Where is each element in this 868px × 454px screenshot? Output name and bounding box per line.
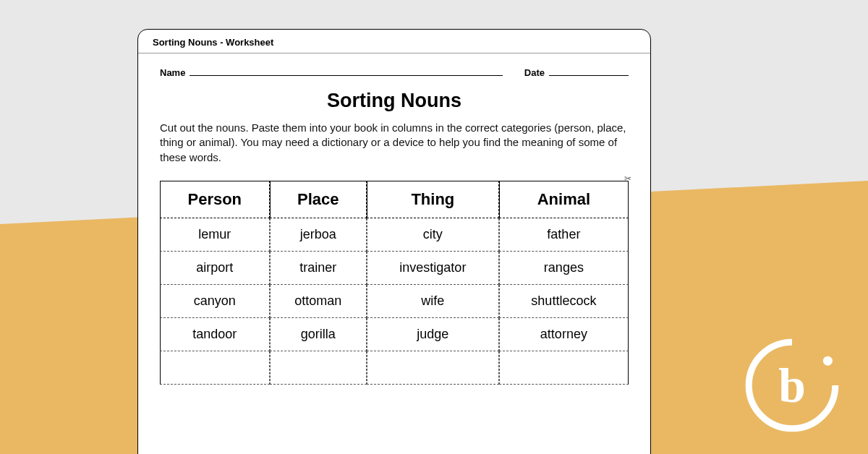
cell: ranges (499, 252, 629, 285)
noun-table: Person Place Thing Animal lemur jerboa c… (160, 181, 629, 385)
cell (367, 351, 499, 385)
cell: father (499, 218, 629, 252)
worksheet-title: Sorting Nouns (138, 90, 650, 112)
cell: shuttlecock (499, 285, 629, 318)
date-underline (549, 67, 629, 76)
cell: jerboa (270, 218, 367, 252)
table-row: canyon ottoman wife shuttlecock (160, 285, 629, 318)
worksheet-page: Sorting Nouns - Worksheet Name Date Sort… (137, 29, 651, 454)
table-row: lemur jerboa city father (160, 218, 629, 252)
cell: attorney (499, 318, 629, 351)
cell (499, 351, 629, 385)
name-field: Name (160, 67, 503, 78)
col-thing: Thing (367, 181, 499, 218)
cell: wife (367, 285, 499, 318)
name-underline (190, 67, 502, 76)
col-person: Person (160, 181, 270, 218)
cell: lemur (160, 218, 270, 252)
table-row: tandoor gorilla judge attorney (160, 318, 629, 351)
brand-logo-icon: b (745, 338, 839, 432)
name-date-row: Name Date (138, 53, 650, 78)
sheet-header: Sorting Nouns - Worksheet (138, 30, 650, 53)
cell (160, 351, 270, 385)
date-field: Date (524, 67, 629, 78)
table-row: airport trainer investigator ranges (160, 252, 629, 285)
cell: canyon (160, 285, 270, 318)
name-label: Name (160, 67, 185, 78)
col-animal: Animal (499, 181, 629, 218)
cell: tandoor (160, 318, 270, 351)
cell: airport (160, 252, 270, 285)
cell: gorilla (270, 318, 367, 351)
svg-point-2 (823, 356, 833, 366)
svg-text:b: b (778, 359, 806, 413)
sheet-header-text: Sorting Nouns - Worksheet (153, 37, 273, 48)
cell (270, 351, 367, 385)
table-header-row: Person Place Thing Animal (160, 181, 629, 218)
date-label: Date (524, 67, 545, 78)
cell: judge (367, 318, 499, 351)
cell: city (367, 218, 499, 252)
cell: investigator (367, 252, 499, 285)
table-container: ✂ Person Place Thing Animal lemur jerboa… (138, 165, 650, 385)
col-place: Place (270, 181, 367, 218)
table-row (160, 351, 629, 385)
cell: trainer (270, 252, 367, 285)
scissors-icon: ✂ (624, 174, 631, 184)
cell: ottoman (270, 285, 367, 318)
worksheet-instructions: Cut out the nouns. Paste them into your … (138, 121, 650, 165)
